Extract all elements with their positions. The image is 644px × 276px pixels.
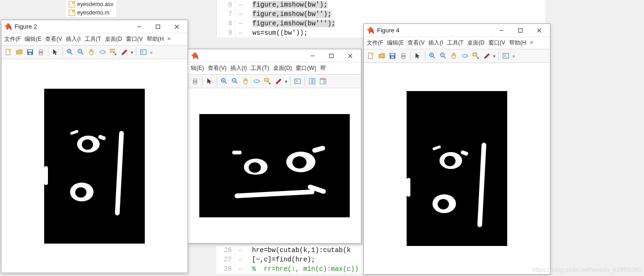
minimize-button[interactable] (131, 22, 147, 31)
maximize-button[interactable] (512, 26, 528, 35)
menu-view[interactable]: 查看(V (44, 35, 63, 44)
menu-window[interactable]: 窗口(V (487, 38, 506, 47)
titlebar[interactable]: Figure 4 (364, 24, 550, 37)
print-icon[interactable] (398, 51, 408, 61)
menu-desktop[interactable]: 桌面(D (104, 35, 123, 44)
brush-icon[interactable] (119, 47, 129, 57)
minimize-button[interactable] (305, 51, 321, 61)
fold-dash: — (235, 264, 245, 274)
chevron-right-icon[interactable]: » (166, 35, 172, 44)
overflow-chevron-icon[interactable]: » (511, 54, 516, 59)
dropdown-chevron-icon[interactable]: ▾ (130, 50, 134, 55)
rotate3d-icon[interactable] (251, 76, 262, 86)
menu-help[interactable]: 帮助(H (508, 38, 527, 47)
close-button[interactable] (531, 26, 547, 35)
menubar[interactable]: 文件(F 编辑(E 查看(V 插入(I 工具(T 桌面(D 窗口(V 帮助(H … (1, 33, 188, 46)
rotate3d-icon[interactable] (97, 47, 108, 57)
figure-axes[interactable] (364, 63, 550, 274)
file-list: eyesdemo.asv eyesdemo.m (66, 0, 116, 17)
new-file-icon[interactable] (366, 51, 376, 61)
figure-axes[interactable] (1, 59, 188, 273)
save-icon[interactable] (25, 47, 35, 57)
maximize-button[interactable] (150, 22, 166, 31)
menu-tools[interactable]: 工具(T (446, 38, 464, 47)
overflow-chevron-icon[interactable]: » (149, 50, 154, 55)
titlebar[interactable] (188, 49, 361, 62)
pan-icon[interactable] (449, 51, 459, 61)
menu-help[interactable]: 帮 (319, 64, 327, 73)
print-icon[interactable] (190, 76, 200, 86)
line-number: 9 (217, 28, 236, 38)
rotate3d-icon[interactable] (460, 51, 470, 61)
data-cursor-icon[interactable] (471, 51, 481, 61)
data-cursor-icon[interactable] (262, 76, 273, 86)
svg-rect-20 (309, 78, 312, 84)
menu-file[interactable]: 文件(F (366, 38, 384, 47)
pan-icon[interactable] (86, 47, 97, 57)
print-icon[interactable] (36, 47, 46, 57)
chevron-right-icon[interactable]: » (529, 38, 534, 47)
menubar[interactable]: 文件(F 编辑(E 查看(V 插入(I 工具(T 桌面(D 窗口(V 帮助(H … (364, 37, 550, 49)
brush-icon[interactable] (273, 76, 283, 86)
menu-desktop[interactable]: 桌面(D) (272, 64, 293, 73)
menu-insert[interactable]: 插入(I (65, 35, 81, 44)
dropdown-chevron-icon[interactable]: ▾ (284, 79, 288, 84)
dropdown-chevron-icon[interactable]: ▾ (492, 54, 496, 59)
menu-edit[interactable]: 编辑(E (386, 38, 405, 47)
menubar[interactable]: 辑(E) 查看(V) 插入(I) 工具(T) 桌面(D) 窗口(W) 帮 (188, 62, 361, 75)
svg-rect-17 (295, 79, 300, 84)
menu-window[interactable]: 窗口(W) (295, 64, 317, 73)
menu-view[interactable]: 查看(V) (207, 64, 228, 73)
menu-insert[interactable]: 插入(I) (229, 64, 248, 73)
panel-icon[interactable] (318, 76, 328, 86)
file-icon (69, 9, 75, 16)
brush-icon[interactable] (481, 51, 492, 61)
menu-view[interactable]: 查看(V (407, 38, 425, 47)
menu-desktop[interactable]: 桌面(D (466, 38, 486, 47)
menu-edit[interactable]: 编辑(E (24, 35, 42, 44)
svg-rect-57 (391, 54, 394, 55)
layout-icon[interactable] (307, 76, 317, 86)
menu-tools[interactable]: 工具(T (84, 35, 102, 44)
zoom-in-icon[interactable] (219, 76, 229, 86)
zoom-in-icon[interactable] (427, 51, 438, 61)
close-button[interactable] (169, 22, 185, 31)
figure-window-4[interactable]: Figure 4 文件(F 编辑(E 查看(V 插入(I 工具(T 桌面(D 窗… (363, 23, 550, 275)
close-button[interactable] (342, 51, 358, 61)
figure-window-2[interactable]: Figure 2 文件(F 编辑(E 查看(V 插入(I 工具(T 桌面(D 窗… (1, 20, 188, 273)
insert-legend-icon[interactable] (501, 51, 511, 61)
menu-insert[interactable]: 插入(I (427, 38, 444, 47)
minimize-button[interactable] (494, 26, 510, 35)
zoom-in-icon[interactable] (65, 47, 75, 57)
menu-file[interactable]: 文件(F (3, 35, 22, 44)
pointer-icon[interactable] (50, 47, 61, 57)
figure-axes[interactable] (188, 88, 361, 243)
titlebar[interactable]: Figure 2 (1, 20, 188, 33)
menu-window[interactable]: 窗口(V (125, 35, 144, 44)
data-cursor-icon[interactable] (108, 47, 118, 57)
menu-tools[interactable]: 工具(T) (250, 64, 270, 73)
file-item[interactable]: eyesdemo.m (66, 8, 116, 17)
zoom-out-icon[interactable] (438, 51, 448, 61)
menu-help[interactable]: 帮助(H (146, 35, 165, 44)
insert-legend-icon[interactable] (292, 76, 303, 86)
svg-rect-23 (320, 78, 326, 80)
open-folder-icon[interactable] (14, 47, 24, 57)
pointer-icon[interactable] (413, 51, 423, 61)
svg-point-55 (371, 53, 374, 55)
pan-icon[interactable] (241, 76, 251, 86)
zoom-out-icon[interactable] (76, 47, 86, 57)
file-item[interactable]: eyesdemo.asv (66, 0, 116, 8)
pointer-icon[interactable] (204, 76, 215, 86)
svg-rect-72 (503, 54, 509, 58)
figure-window-3[interactable]: 辑(E) 查看(V) 插入(I) 工具(T) 桌面(D) 窗口(W) 帮 ▾ (188, 49, 361, 244)
insert-legend-icon[interactable] (138, 47, 149, 57)
open-folder-icon[interactable] (377, 51, 387, 61)
toolbar: ▾ (188, 75, 361, 88)
maximize-button[interactable] (323, 51, 339, 61)
save-icon[interactable] (387, 51, 398, 61)
zoom-out-icon[interactable] (230, 76, 240, 86)
new-file-icon[interactable] (3, 47, 14, 57)
menu-edit[interactable]: 辑(E) (190, 64, 205, 73)
svg-line-63 (433, 56, 435, 58)
